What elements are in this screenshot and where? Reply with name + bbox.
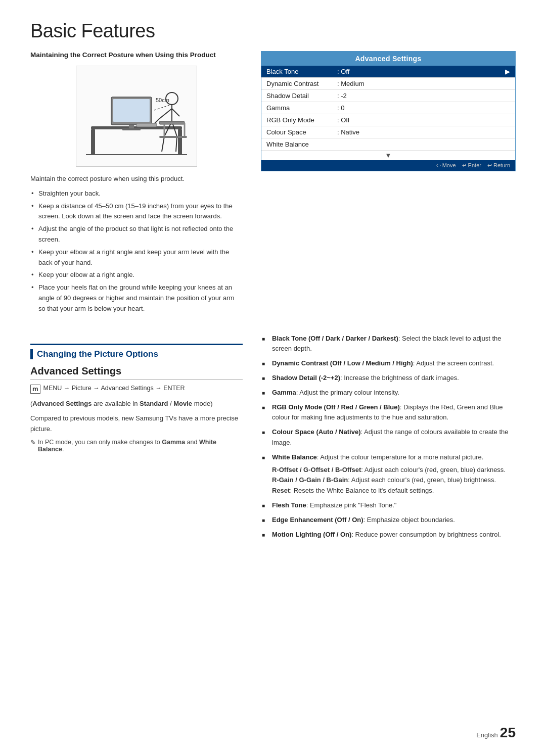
bullet-item: Straighten your back. — [30, 188, 243, 199]
posture-svg: 50cm — [81, 71, 192, 162]
svg-line-11 — [159, 109, 172, 119]
panel-header: Advanced Settings — [261, 52, 515, 66]
panel-row: Shadow Detail: -2 — [261, 90, 515, 102]
main-content-row: Changing the Picture Options Advanced Se… — [30, 334, 516, 544]
panel-row-label: Black Tone — [266, 68, 337, 75]
panel-row-value: : Off — [337, 116, 510, 124]
desc-list: Black Tone (Off / Dark / Darker / Darkes… — [261, 334, 516, 463]
panel-row-value: : Native — [337, 128, 510, 136]
panel-footer: ⇦ Move ↵ Enter ↩ Return — [261, 160, 515, 171]
bullet-item: Keep your elbow at a right angle. — [30, 270, 243, 280]
posture-subtitle: Maintaining the Correct Posture when Usi… — [30, 51, 243, 59]
left-col: Maintaining the Correct Posture when Usi… — [30, 51, 243, 321]
bullet-item: Place your heels flat on the ground whil… — [30, 282, 243, 314]
r-offset-line: R-Gain / G-Gain / B-Gain: Adjust each co… — [272, 475, 516, 486]
pc-note-text: In PC mode, you can only make changes to… — [38, 439, 243, 453]
svg-rect-21 — [159, 136, 187, 138]
panel-row-label: Colour Space — [266, 128, 337, 136]
desc-item-white-balance: White Balance: Adjust the colour tempera… — [261, 452, 516, 463]
panel-row-value: : Medium — [337, 80, 510, 87]
svg-rect-5 — [129, 125, 134, 129]
panel-row-label: Shadow Detail — [266, 92, 337, 100]
panel-row: Dynamic Contrast: Medium — [261, 78, 515, 90]
advanced-settings-heading: Advanced Settings — [30, 365, 243, 380]
note-icon: ✎ — [30, 439, 36, 446]
panel-row-label: Gamma — [266, 104, 337, 112]
panel-row: RGB Only Mode: Off — [261, 114, 515, 126]
bullet-item: Keep your elbow at a right angle and kee… — [30, 247, 243, 268]
panel-rows: Black Tone: Off▶Dynamic Contrast: Medium… — [261, 66, 515, 151]
page-footer: English 25 — [476, 725, 516, 741]
top-two-col: Maintaining the Correct Posture when Usi… — [30, 51, 516, 321]
svg-line-13 — [172, 109, 179, 116]
menu-path-text: MENU → Picture → Advanced Settings → ENT… — [43, 385, 185, 392]
panel-row: Colour Space: Native — [261, 126, 515, 138]
panel-row-label: White Balance — [266, 140, 337, 148]
svg-rect-2 — [178, 129, 182, 155]
right-col: Advanced Settings Black Tone: Off▶Dynami… — [261, 51, 516, 321]
posture-intro: Maintain the correct posture when using … — [30, 174, 243, 184]
advanced-settings-panel: Advanced Settings Black Tone: Off▶Dynami… — [261, 51, 516, 171]
changing-section-heading: Changing the Picture Options — [30, 349, 243, 359]
page-number: 25 — [500, 725, 516, 741]
menu-icon: m — [30, 385, 40, 394]
r-offset-line: R-Offset / G-Offset / B-Offset: Adjust e… — [272, 465, 516, 476]
desc-item-edge-enhancement: Edge Enhancement (Off / On): Emphasize o… — [261, 515, 516, 526]
panel-row-value: : 0 — [337, 104, 510, 112]
menu-path: m MENU → Picture → Advanced Settings → E… — [30, 385, 243, 394]
svg-rect-22 — [136, 123, 157, 127]
panel-row-value: : -2 — [337, 92, 510, 100]
adv-main-right: Black Tone (Off / Dark / Darker / Darkes… — [261, 334, 516, 544]
panel-down-arrow: ▼ — [261, 151, 515, 160]
adv-main-left: Changing the Picture Options Advanced Se… — [30, 334, 243, 544]
panel-row-label: Dynamic Contrast — [266, 80, 337, 87]
panel-row: Gamma: 0 — [261, 102, 515, 114]
svg-rect-18 — [159, 121, 185, 124]
panel-row: Black Tone: Off▶ — [261, 66, 515, 78]
r-offset-line: Reset: Resets the White Balance to it's … — [272, 486, 516, 496]
footer-move: ⇦ Move — [436, 162, 456, 169]
svg-line-15 — [162, 136, 164, 152]
panel-row-arrow: ▶ — [505, 68, 510, 75]
r-offset-section: R-Offset / G-Offset / B-Offset: Adjust e… — [272, 465, 516, 496]
heading-bar — [30, 349, 33, 359]
svg-rect-6 — [122, 128, 141, 130]
desc-item-rgb-only-mode: RGB Only Mode (Off / Red / Green / Blue)… — [261, 402, 516, 423]
desc-item-black-tone: Black Tone (Off / Dark / Darker / Darkes… — [261, 334, 516, 355]
bullet-item: Adjust the angle of the product so that … — [30, 224, 243, 245]
panel-row: White Balance — [261, 138, 515, 151]
desc-item-motion-lighting: Motion Lighting (Off / On): Reduce power… — [261, 530, 516, 540]
svg-rect-1 — [91, 129, 95, 155]
panel-row-value: : Off — [337, 68, 505, 75]
posture-bullets: Straighten your back.Keep a distance of … — [30, 188, 243, 314]
footer-enter: ↵ Enter — [462, 162, 481, 169]
section-divider — [30, 344, 243, 345]
desc-item-gamma: Gamma: Adjust the primary colour intensi… — [261, 388, 516, 398]
panel-row-label: RGB Only Mode — [266, 116, 337, 124]
desc-item-dynamic-contrast: Dynamic Contrast (Off / Low / Medium / H… — [261, 358, 516, 369]
pc-note: ✎ In PC mode, you can only make changes … — [30, 439, 243, 453]
svg-line-17 — [176, 136, 177, 152]
desc-item-flesh-tone: Flesh Tone: Emphasize pink "Flesh Tone." — [261, 500, 516, 511]
desc-list-2: Flesh Tone: Emphasize pink "Flesh Tone."… — [261, 500, 516, 540]
adv-note-2: Compared to previous models, new Samsung… — [30, 413, 243, 435]
footer-lang: English — [476, 731, 498, 739]
footer-return: ↩ Return — [487, 162, 510, 169]
desc-item-shadow-detail: Shadow Detail (-2~+2): Increase the brig… — [261, 373, 516, 384]
svg-line-7 — [154, 105, 169, 110]
page-title: Basic Features — [30, 20, 516, 42]
bullet-item: Keep a distance of 45–50 cm (15–19 inche… — [30, 201, 243, 222]
desc-item-colour-space: Colour Space (Auto / Native): Adjust the… — [261, 427, 516, 448]
posture-illustration: 50cm — [76, 66, 197, 167]
page: Basic Features Maintaining the Correct P… — [0, 0, 546, 756]
svg-rect-4 — [113, 99, 150, 122]
adv-note-1: (Advanced Settings are available in Stan… — [30, 399, 243, 409]
changing-section-label: Changing the Picture Options — [37, 349, 158, 359]
